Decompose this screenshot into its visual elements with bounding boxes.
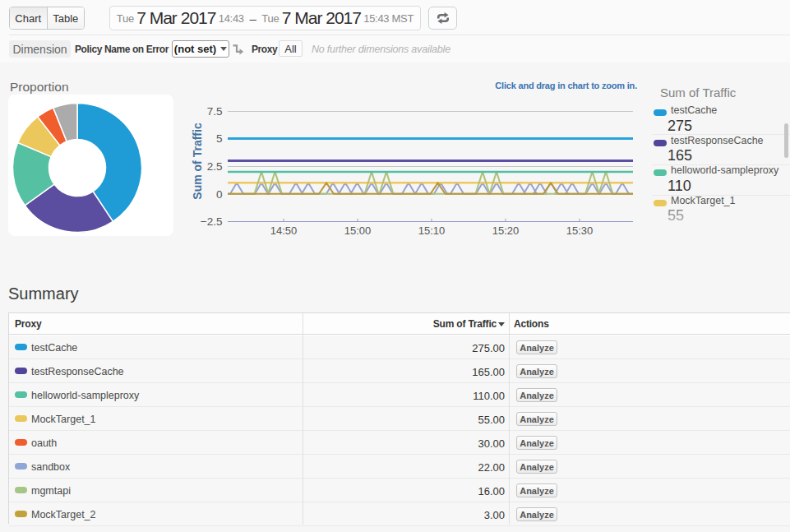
svg-text:0: 0	[216, 188, 223, 201]
svg-text:Sum of Traffic: Sum of Traffic	[191, 123, 204, 200]
svg-text:15:10: 15:10	[418, 224, 446, 237]
svg-text:15:30: 15:30	[566, 224, 594, 237]
svg-text:14:50: 14:50	[270, 224, 298, 237]
svg-text:−2.5: −2.5	[201, 215, 223, 228]
svg-text:15:20: 15:20	[492, 224, 520, 237]
svg-text:5: 5	[216, 132, 223, 145]
svg-text:15:00: 15:00	[344, 224, 372, 237]
svg-text:2.5: 2.5	[207, 160, 223, 173]
svg-text:7.5: 7.5	[207, 105, 223, 118]
